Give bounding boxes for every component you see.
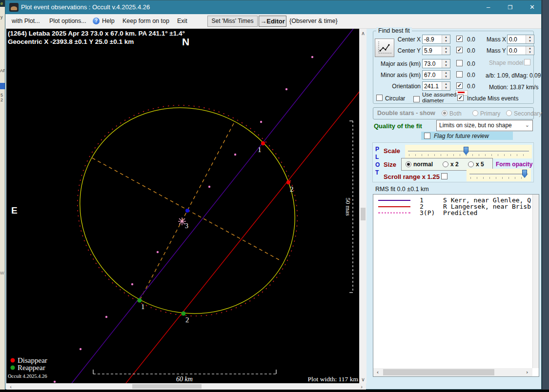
scroll-range-checkbox[interactable] (441, 173, 447, 179)
flag-review-checkbox[interactable] (424, 133, 430, 139)
reappear-marker-2 (182, 312, 186, 316)
major-axis-label: Major axis (km) (374, 60, 421, 67)
minor-axis-input[interactable] (423, 71, 444, 79)
plot-controls-panel: P L O T Scale Size normal x 2 x 5 Form o… (372, 142, 534, 182)
occultation-plot[interactable]: 3 1 2 1 2 (1264) Letaba 2025 Apr 23 73.0… (6, 29, 359, 383)
minor-axis-label: Minor axis (km) (374, 72, 421, 78)
orientation-spinner[interactable]: ▲▼ (422, 81, 450, 91)
mass-y-input[interactable] (508, 46, 528, 55)
menu-keep-on-top[interactable]: Keep form on top (122, 18, 169, 24)
form-opacity-slider[interactable] (467, 169, 531, 181)
rms-fit-label: RMS fit 0.0 ±0.1 km (375, 186, 429, 193)
center-y-updown[interactable]: ▲▼ (442, 46, 450, 55)
double-both-radio[interactable] (442, 110, 447, 116)
quality-dropdown[interactable]: Limits on size, but no shape ⌄ (436, 120, 533, 131)
editor-button[interactable]: →Editor (259, 16, 286, 27)
desktop-bottom-strip (0, 390, 549, 392)
plot-vscrollbar[interactable]: ∧ ∨ (359, 29, 366, 383)
orientation-updown[interactable]: ▲▼ (442, 82, 450, 90)
list-scroll-left-arrow[interactable]: ‹ (374, 369, 381, 376)
center-x-input[interactable] (423, 35, 444, 43)
size-x5-radio[interactable] (468, 161, 474, 167)
major-axis-fix-value: 0.0 (467, 60, 475, 67)
plot-letter-o: O (375, 161, 380, 168)
mass-y-updown[interactable]: ▲▼ (526, 46, 534, 55)
major-axis-updown[interactable]: ▲▼ (442, 59, 450, 68)
scroll-up-arrow[interactable]: ∧ (360, 30, 366, 37)
form-opacity-label: Form opacity (496, 161, 532, 168)
flag-review-row: Flag for future review (421, 132, 513, 140)
background-window-left: e y AP 52 W (0, 0, 5, 390)
horizontal-scale-label: 60 km (176, 375, 193, 383)
orientation-fix-checkbox[interactable]: ✓ (456, 82, 463, 89)
list-scroll-right-arrow[interactable]: › (524, 369, 530, 376)
center-x-label: Center X (374, 36, 421, 43)
plot-hscrollbar[interactable]: ‹ › (6, 383, 366, 390)
help-icon[interactable]: ? (93, 18, 100, 24)
center-x-updown[interactable]: ▲▼ (442, 35, 450, 43)
size-normal-radio[interactable] (406, 161, 411, 167)
set-miss-times-button[interactable]: Set 'Miss' Times (207, 16, 258, 27)
mass-x-label: Mass X (487, 36, 506, 43)
list-hscrollbar[interactable]: ‹ › (373, 368, 532, 376)
shape-model-checkbox[interactable] (524, 59, 530, 65)
center-x-fix-value: 0.0 (467, 36, 475, 43)
include-miss-checkbox[interactable]: ✓ (457, 95, 464, 101)
menu-exit[interactable]: Exit (177, 18, 187, 24)
menu-with-plot[interactable]: with Plot... (12, 18, 40, 24)
mass-x-input[interactable] (508, 35, 528, 43)
plot-width-label: Plot width: 117 km (308, 375, 359, 383)
quality-value: Limits on size, but no shape (439, 122, 512, 129)
scroll-down-arrow[interactable]: ∨ (360, 376, 366, 383)
disappear-legend-dot (11, 358, 15, 363)
scale-slider[interactable] (405, 145, 532, 158)
scroll-left-arrow[interactable]: ‹ (7, 383, 14, 390)
menu-plot-options[interactable]: Plot options... (49, 18, 86, 24)
plot-vscroll-thumb[interactable] (361, 208, 366, 220)
minimize-button[interactable]: – (477, 0, 499, 14)
list-hscroll-thumb[interactable] (383, 369, 494, 375)
include-miss-label: Include Miss events (467, 95, 518, 102)
circular-checkbox[interactable] (376, 95, 383, 101)
mass-x-updown[interactable]: ▲▼ (526, 35, 534, 43)
mass-y-spinner[interactable]: ▲▼ (507, 46, 534, 55)
app-window: Plot event observations : Occult v.4.202… (5, 0, 542, 390)
center-y-input[interactable] (423, 46, 444, 55)
maximize-button[interactable]: ❐ (499, 0, 521, 14)
close-button[interactable]: ✕ (521, 0, 543, 14)
center-x-fix-checkbox[interactable]: ✓ (456, 36, 463, 42)
vertical-scale-label: 50 mas (345, 197, 352, 216)
center-y-spinner[interactable]: ▲▼ (422, 46, 450, 55)
center-x-spinner[interactable]: ▲▼ (422, 35, 450, 44)
center-y-fix-checkbox[interactable]: ✓ (456, 47, 463, 53)
background-fragment: AP (0, 68, 5, 73)
plot-letter-p: P (375, 146, 379, 153)
double-primary-radio[interactable] (472, 110, 478, 116)
double-primary-label: Primary (480, 110, 500, 117)
double-secondary-label: Secondary (514, 110, 542, 117)
plot-hscroll-thumb[interactable] (132, 384, 202, 389)
minor-axis-fix-checkbox[interactable] (456, 71, 463, 78)
observations-listbox[interactable]: 1 S Kerr, near Glenlee, Q 2 R Langersek,… (373, 194, 539, 377)
scroll-right-arrow[interactable]: › (358, 383, 365, 390)
orientation-input[interactable] (423, 82, 444, 90)
major-axis-input[interactable] (423, 59, 444, 68)
desktop: e y AP 52 W Plot event observations : Oc… (0, 0, 549, 392)
east-label: E (11, 205, 18, 216)
disappear-marker-1 (261, 141, 265, 145)
list-vscrollbar[interactable] (532, 195, 539, 368)
disappear-marker-1-label: 1 (258, 146, 262, 154)
observer-time-label: {Observer & time} (289, 18, 338, 24)
menu-help[interactable]: Help (102, 18, 115, 24)
background-window-right (542, 0, 549, 392)
major-axis-spinner[interactable]: ▲▼ (422, 59, 450, 68)
size-x2-radio[interactable] (443, 161, 448, 167)
minor-axis-spinner[interactable]: ▲▼ (422, 70, 450, 79)
major-axis-fix-checkbox[interactable] (456, 60, 463, 66)
orientation-fix-value: 0.0 (467, 83, 475, 90)
disappear-legend-label: Disappear (18, 356, 47, 364)
minor-axis-updown[interactable]: ▲▼ (442, 71, 450, 79)
use-assumed-checkbox[interactable] (413, 96, 420, 102)
mass-x-spinner[interactable]: ▲▼ (507, 35, 534, 44)
double-secondary-radio[interactable] (506, 110, 512, 116)
